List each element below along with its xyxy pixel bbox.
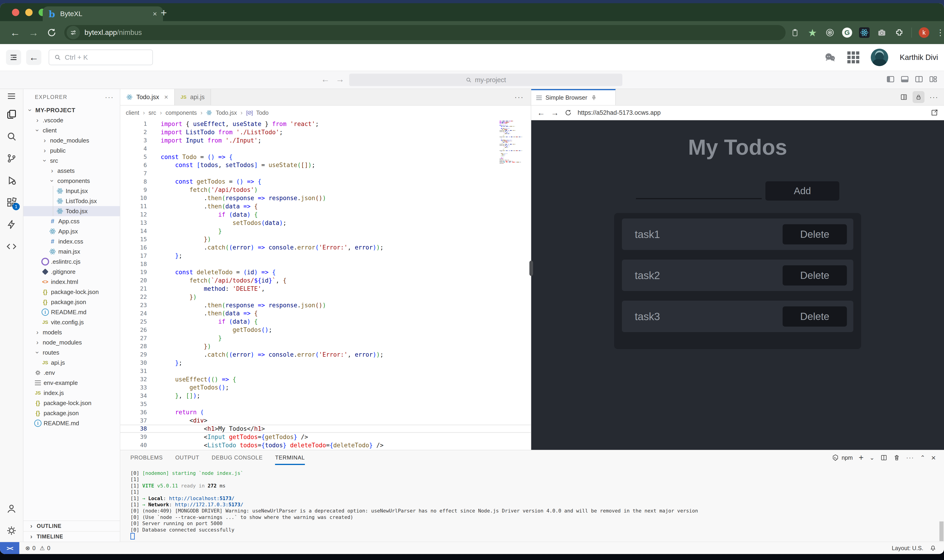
tree-item--eslintrc-cjs[interactable]: .eslintrc.cjs [23, 257, 120, 267]
bookmark-star-icon[interactable]: ★ [807, 27, 818, 38]
tree-item-my-project[interactable]: ›MY-PROJECT [23, 105, 120, 115]
reload-icon[interactable] [565, 109, 571, 116]
tab-api-js[interactable]: JS api.js [175, 89, 211, 105]
code-line-37[interactable]: 37 <div> [120, 416, 531, 425]
panel-tab-problems[interactable]: PROBLEMS [130, 450, 163, 465]
explorer-more-icon[interactable]: ··· [105, 93, 114, 101]
close-window-button[interactable] [12, 9, 19, 16]
support-chat-icon[interactable] [824, 52, 836, 63]
tree-item-app-css[interactable]: #App.css [23, 216, 120, 226]
user-name[interactable]: Karthik Divi [900, 53, 938, 62]
code-line-10[interactable]: 10 .then(response => response.json()) [120, 194, 531, 202]
problems-indicator[interactable]: ⊗ 0 ⚠ 0 [25, 545, 50, 551]
app-back-button[interactable]: ← [26, 50, 41, 65]
tree-item-api-js[interactable]: JSapi.js [23, 358, 120, 368]
code-line-28[interactable]: 28 }) [120, 342, 531, 351]
activity-code-icon[interactable] [0, 235, 23, 257]
tree-item-input-jsx[interactable]: Input.jsx [23, 186, 120, 196]
split-editor-icon[interactable] [915, 75, 923, 83]
new-tab-button[interactable]: + [161, 6, 167, 19]
tree-item--env[interactable]: .env [23, 368, 120, 378]
reading-list-icon[interactable] [790, 27, 800, 38]
terminal-dropdown-icon[interactable]: ⌄ [870, 454, 875, 461]
minimap[interactable] [499, 121, 527, 164]
reload-icon[interactable] [47, 28, 57, 37]
tree-item-models[interactable]: ›models [23, 327, 120, 337]
code-line-16[interactable]: 16 .catch((error) => console.error('Erro… [120, 243, 531, 252]
code-line-26[interactable]: 26 getTodos(); [120, 326, 531, 334]
activity-power-icon[interactable] [0, 214, 23, 235]
kill-terminal-icon[interactable] [893, 454, 900, 461]
extension-target-icon[interactable] [825, 27, 835, 38]
code-line-35[interactable]: 35 [120, 400, 531, 408]
site-settings-icon[interactable] [66, 26, 80, 39]
code-line-29[interactable]: 29 .catch((error) => console.error('Erro… [120, 351, 531, 359]
tree-item-package-lock-json[interactable]: {}package-lock.json [23, 287, 120, 297]
split-editor-icon[interactable] [900, 94, 907, 101]
grammarly-icon[interactable]: G [842, 28, 852, 38]
code-line-1[interactable]: 1import { useEffect, useState } from 're… [120, 120, 531, 128]
panel-more-icon[interactable]: ··· [930, 93, 938, 101]
code-line-4[interactable]: 4 [120, 145, 531, 153]
close-panel-icon[interactable]: × [931, 453, 936, 462]
tree-item-src[interactable]: ›src [23, 155, 120, 166]
panel-tab-terminal[interactable]: TERMINAL [275, 450, 305, 465]
tree-item--vscode[interactable]: ›.vscode [23, 115, 120, 125]
code-line-36[interactable]: 36 return ( [120, 408, 531, 416]
project-search-input[interactable]: my-project [349, 74, 622, 86]
lock-icon[interactable] [913, 91, 924, 103]
code-line-8[interactable]: 8 const getTodos = () => { [120, 177, 531, 186]
code-line-9[interactable]: 9 fetch('/api/todos') [120, 186, 531, 194]
tree-item-package-json[interactable]: {}package.json [23, 297, 120, 307]
code-line-32[interactable]: 32 useEffect(() => { [120, 375, 531, 383]
url-text[interactable]: bytexl.app/nimbus [85, 28, 142, 37]
close-tab-icon[interactable]: × [164, 93, 168, 101]
code-line-21[interactable]: 21 method: 'DELETE', [120, 285, 531, 293]
terminal-more-icon[interactable]: ··· [906, 454, 914, 461]
forward-icon[interactable]: → [551, 108, 559, 117]
tree-item-vite-config-js[interactable]: JSvite.config.js [23, 317, 120, 327]
activity-extensions-icon[interactable]: 1 [0, 191, 23, 214]
code-line-19[interactable]: 19 const deleteTodo = (id) => { [120, 268, 531, 276]
tree-item-todo-jsx[interactable]: Todo.jsx [23, 206, 120, 216]
keyboard-layout[interactable]: Layout: U.S. [892, 545, 923, 551]
code-line-11[interactable]: 11 .then(data => { [120, 202, 531, 211]
activity-files-icon[interactable] [0, 103, 23, 125]
tree-item-env-example[interactable]: env-example [23, 378, 120, 388]
split-terminal-icon[interactable] [881, 454, 887, 461]
toggle-sidebar-icon[interactable] [886, 75, 895, 83]
code-line-14[interactable]: 14 } [120, 227, 531, 235]
tree-item-assets[interactable]: ›assets [23, 166, 120, 176]
tree-item-index-html[interactable]: <>index.html [23, 277, 120, 287]
delete-todo-button[interactable]: Delete [782, 265, 847, 286]
add-todo-button[interactable]: Add [765, 181, 839, 201]
activity-search-icon[interactable] [0, 125, 23, 147]
tree-item-public[interactable]: ›public [23, 146, 120, 155]
code-line-27[interactable]: 27 } [120, 334, 531, 342]
history-forward-icon[interactable]: → [336, 74, 344, 84]
section-timeline[interactable]: ›TIMELINE [23, 531, 120, 542]
tree-item-listtodo-jsx[interactable]: ListTodo.jsx [23, 196, 120, 206]
chrome-menu-icon[interactable]: ⋮ [936, 28, 944, 37]
code-line-17[interactable]: 17 }; [120, 252, 531, 260]
chrome-profile-avatar[interactable]: k [919, 27, 929, 38]
url-bar[interactable]: bytexl.app/nimbus [64, 25, 785, 40]
code-line-15[interactable]: 15 }) [120, 235, 531, 243]
activity-account-icon[interactable] [0, 498, 23, 520]
activity-run-debug-icon[interactable] [0, 169, 23, 191]
code-line-13[interactable]: 13 setTodos(data); [120, 219, 531, 227]
activity-menu-icon[interactable] [0, 89, 23, 103]
code-line-31[interactable]: 31 [120, 367, 531, 375]
code-line-18[interactable]: 18 [120, 260, 531, 268]
code-line-23[interactable]: 23 .then(response => response.json()) [120, 301, 531, 309]
code-line-39[interactable]: 39 <Input getTodos={getTodos} /> [120, 433, 531, 441]
delete-todo-button[interactable]: Delete [782, 306, 847, 326]
code-line-24[interactable]: 24 .then(data => { [120, 309, 531, 317]
tree-item-client[interactable]: ›client [23, 125, 120, 135]
tree-item-node-modules[interactable]: ›node_modules [23, 135, 120, 146]
terminal-shell-item[interactable]: npm [832, 454, 853, 461]
window-controls[interactable] [12, 9, 46, 16]
tree-item-package-json[interactable]: {}package.json [23, 408, 120, 418]
code-line-20[interactable]: 20 fetch(`/api/todos/${id}`, { [120, 276, 531, 285]
remote-indicator[interactable]: >< [0, 542, 19, 554]
